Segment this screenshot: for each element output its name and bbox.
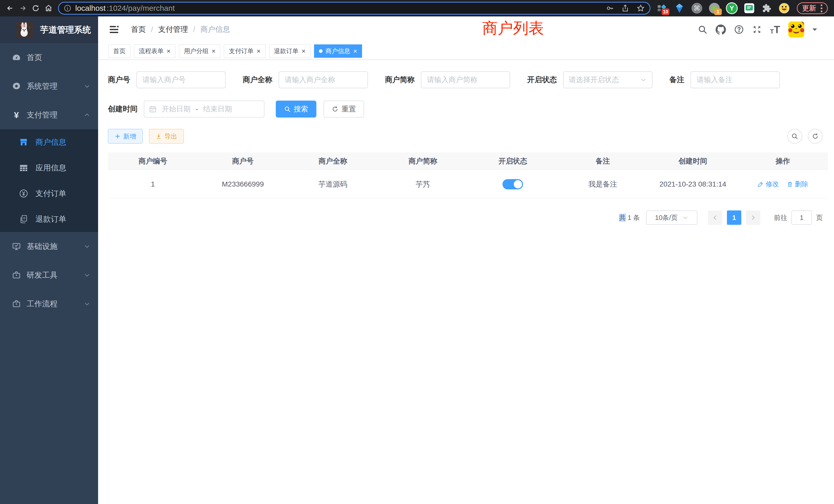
- browser-back-button[interactable]: [4, 2, 17, 15]
- reset-button-label: 重置: [342, 104, 356, 114]
- export-button[interactable]: 导出: [149, 129, 184, 144]
- sidebar-item-system[interactable]: 系统管理: [0, 72, 98, 100]
- user-avatar[interactable]: [788, 22, 804, 38]
- merchant-no-label: 商户号: [108, 75, 130, 85]
- current-page-button[interactable]: 1: [727, 210, 741, 225]
- app-window: 芋道管理系统 首页 系统管理 ¥ 支付管理: [0, 17, 834, 504]
- yen-circle-icon: [19, 189, 28, 198]
- sidebar-item-home[interactable]: 首页: [0, 43, 98, 72]
- font-size-icon[interactable]: TT: [770, 24, 780, 35]
- large-t-glyph: T: [774, 24, 780, 35]
- date-range-picker[interactable]: 开始日期 - 结束日期: [144, 100, 264, 117]
- breadcrumb-home[interactable]: 首页: [131, 24, 146, 35]
- page-size-value: 10条/页: [655, 213, 678, 222]
- address-bar[interactable]: localhost :1024/pay/merchant: [58, 2, 651, 15]
- remark-input[interactable]: [690, 71, 780, 88]
- tab-label: 流程表单: [139, 47, 163, 55]
- show-search-toggle-button[interactable]: [787, 129, 802, 144]
- goto-page-input[interactable]: [791, 210, 812, 225]
- tab-pay-order[interactable]: 支付订单×: [224, 44, 265, 58]
- calendar-icon: [149, 105, 157, 113]
- sidebar-item-label: 应用信息: [36, 163, 66, 173]
- search-button[interactable]: 搜索: [276, 100, 316, 117]
- close-icon[interactable]: ×: [302, 48, 306, 54]
- navbar-actions: TT: [698, 22, 817, 38]
- cell-create-time: 2021-10-23 08:31:14: [648, 180, 738, 188]
- bookmark-star-icon[interactable]: [637, 4, 644, 12]
- site-info-icon[interactable]: [64, 5, 71, 12]
- extension-badge: 10: [662, 8, 670, 15]
- chevron-up-icon: [84, 112, 90, 118]
- extension-gem-icon[interactable]: [674, 2, 685, 14]
- sidebar-item-dev-tools[interactable]: 研发工具: [0, 261, 98, 290]
- logo-rabbit-image: [17, 22, 33, 38]
- browser-update-button[interactable]: 更新: [797, 2, 828, 14]
- extension-y-icon[interactable]: Y: [726, 2, 738, 14]
- sidebar-item-pay[interactable]: ¥ 支付管理: [0, 100, 98, 129]
- edit-pen-icon: [758, 181, 764, 187]
- trash-icon: [787, 181, 793, 187]
- chevron-down-icon: [84, 83, 90, 90]
- status-toggle[interactable]: [503, 179, 523, 189]
- avatar-caret-icon[interactable]: [812, 28, 817, 33]
- delete-link[interactable]: 删除: [787, 180, 808, 189]
- sidebar-item-workflow[interactable]: 工作流程: [0, 290, 98, 318]
- password-key-icon[interactable]: [606, 4, 614, 12]
- extensions-puzzle-icon[interactable]: [761, 2, 773, 14]
- sidebar-submenu-pay: 商户信息 应用信息 支付订单 退款订单: [0, 129, 98, 232]
- merchant-no-input[interactable]: [136, 71, 226, 88]
- edit-link[interactable]: 修改: [758, 180, 779, 189]
- tab-home[interactable]: 首页: [108, 44, 130, 58]
- merchant-short-input[interactable]: [421, 71, 510, 88]
- share-icon[interactable]: [621, 4, 629, 12]
- sidebar-item-refund-order[interactable]: 退款订单: [0, 206, 98, 232]
- tab-user-group[interactable]: 用户分组×: [179, 44, 220, 58]
- status-select[interactable]: 请选择开启状态: [563, 71, 653, 88]
- column-header: 备注: [558, 156, 648, 166]
- status-select-placeholder: 请选择开启状态: [569, 75, 640, 85]
- page-size-select[interactable]: 10条/页: [646, 210, 697, 225]
- sidebar-item-label: 基础设施: [27, 241, 58, 252]
- tab-process-form[interactable]: 流程表单×: [134, 44, 175, 58]
- profile-emoji-icon[interactable]: [778, 2, 790, 14]
- status-label: 开启状态: [527, 75, 557, 85]
- pagination: 共 1 条 10条/页 1 前往 页: [108, 210, 828, 225]
- remark-label: 备注: [670, 75, 684, 85]
- extension-chat-icon[interactable]: [743, 2, 755, 14]
- reset-button[interactable]: 重置: [324, 100, 364, 117]
- logo-area[interactable]: 芋道管理系统: [0, 17, 98, 43]
- browser-home-button[interactable]: [42, 2, 55, 15]
- breadcrumb-pay[interactable]: 支付管理: [158, 24, 188, 35]
- tab-merchant-info[interactable]: 商户信息×: [314, 44, 362, 58]
- fullscreen-icon[interactable]: [752, 25, 762, 35]
- prev-page-button[interactable]: [708, 210, 722, 225]
- refresh-table-button[interactable]: [808, 129, 823, 144]
- cell-merchant-name: 芋道源码: [288, 179, 378, 189]
- search-icon[interactable]: [698, 25, 707, 35]
- sidebar-fold-icon[interactable]: [108, 24, 120, 35]
- sidebar-item-infrastructure[interactable]: 基础设施: [0, 232, 98, 261]
- browser-forward-button[interactable]: [17, 2, 29, 15]
- chevron-left-icon: [712, 214, 719, 221]
- close-icon[interactable]: ×: [212, 48, 215, 54]
- add-button[interactable]: 新增: [108, 129, 143, 144]
- extension-command-icon[interactable]: ⌘: [691, 2, 703, 14]
- sidebar-item-merchant-info[interactable]: 商户信息: [0, 129, 98, 155]
- extension-tabs-icon[interactable]: 10: [656, 2, 668, 14]
- github-icon[interactable]: [716, 24, 726, 35]
- close-icon[interactable]: ×: [167, 48, 171, 54]
- sidebar-item-pay-order[interactable]: 支付订单: [0, 181, 98, 206]
- close-icon[interactable]: ×: [257, 48, 260, 54]
- table-header-row: 商户编号 商户号 商户全称 商户简称 开启状态 备注 创建时间 操作: [108, 153, 828, 170]
- extension-recorder-icon[interactable]: 1: [708, 2, 720, 14]
- tab-refund-order[interactable]: 退款订单×: [269, 44, 310, 58]
- y-glyph: Y: [727, 3, 737, 13]
- create-time-label: 创建时间: [108, 104, 138, 114]
- help-icon[interactable]: [734, 25, 744, 35]
- next-page-button[interactable]: [746, 210, 760, 225]
- browser-menu-icon[interactable]: [821, 4, 822, 12]
- merchant-name-input[interactable]: [279, 71, 368, 88]
- close-icon[interactable]: ×: [353, 48, 357, 54]
- sidebar-item-app-info[interactable]: 应用信息: [0, 155, 98, 181]
- browser-reload-button[interactable]: [29, 2, 42, 15]
